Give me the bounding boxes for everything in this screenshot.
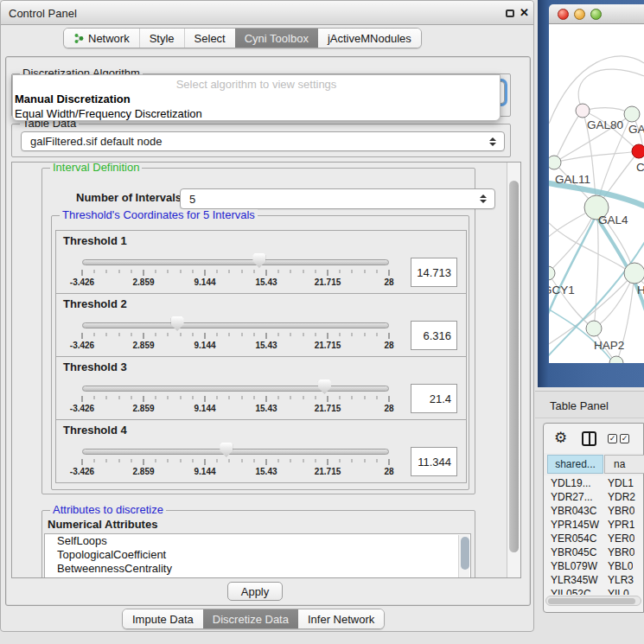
attributes-group-label: Attributes to discretize [50,504,166,516]
tab-discretize-data[interactable]: Discretize Data [203,609,298,628]
slider-track[interactable] [82,449,389,455]
slider-thumb[interactable] [171,316,184,331]
cell-name: YBR0 [603,546,634,560]
close-icon[interactable]: ✕ [520,6,529,19]
attributes-group: Attributes to discretize Numerical Attri… [41,510,475,578]
tab-label: Select [194,32,226,45]
threshold-value-field[interactable]: 21.4 [411,384,457,413]
slider-track[interactable] [82,322,389,328]
mac-close-button[interactable] [558,9,569,20]
table-row[interactable]: YDL19...YDL1 [545,477,643,491]
network-canvas[interactable]: GAL80GACGAL11GAL4GCY1HHAP2 [549,24,644,363]
table-panel: ⚙ ✓ ✓ shared... na YDL19...YDL1YDR27...Y… [543,423,644,613]
mac-minimize-button[interactable] [574,9,585,20]
table-row[interactable]: YPR145WYPR1 [545,519,643,532]
table-header-row: shared... na [544,453,643,475]
algorithm-option-1[interactable]: Equal Width/Frequency Discretization [15,106,498,121]
float-window-icon[interactable] [506,10,514,17]
table-data-combobox[interactable]: galFiltered.sif default node [21,131,505,151]
tab-label: Cyni Toolbox [245,32,309,45]
algorithm-placeholder: Select algorithm to view settings [13,78,500,91]
threshold-value-field[interactable]: 6.316 [411,321,457,350]
network-window-titlebar [549,4,644,24]
table-row[interactable]: YLR345WYLR3 [545,574,643,588]
slider-thumb[interactable] [252,253,265,268]
thresholds-group-label: Threshold's Coordinates for 5 Intervals [60,209,258,221]
attributes-list-scrollbar[interactable] [458,535,469,578]
split-columns-icon[interactable] [582,431,596,446]
slider-track[interactable] [82,259,389,265]
mac-zoom-button[interactable] [590,9,602,20]
threshold-value-field[interactable]: 14.713 [411,258,457,287]
network-view-window: GAL80GACGAL11GAL4GCY1HHAP2 [538,0,644,387]
column-header-name[interactable]: na [604,455,644,474]
attributes-scrollbar-thumb[interactable] [461,537,469,570]
column-header-shared-name[interactable]: shared... [547,455,603,474]
tab-infer-network[interactable]: Infer Network [298,609,384,628]
tab-cyni-toolbox[interactable]: Cyni Toolbox [235,29,318,48]
table-row[interactable]: YIL052CYIL0 [545,588,643,595]
table-row[interactable]: YDR27...YDR2 [545,491,643,505]
numerical-attributes-list[interactable]: SelfLoopsTopologicalCoefficientBetweenne… [44,533,471,578]
numerical-attributes-label: Numerical Attributes [48,518,157,531]
table-data-value: galFiltered.sif default node [30,135,162,148]
checkbox-icon[interactable]: ✓ [608,434,617,443]
thresholds-group: Threshold's Coordinates for 5 Intervals … [51,215,469,490]
slider-thumb[interactable] [220,443,233,457]
table-hscrollbar[interactable] [545,596,641,606]
table-row[interactable]: YER054CYER0 [545,532,643,546]
threshold-value-field[interactable]: 11.344 [411,447,457,476]
apply-button[interactable]: Apply [227,582,283,601]
cell-name: YPR1 [603,519,634,532]
node-label: GAL4 [598,214,628,226]
cell-shared-name: YBR043C [545,505,603,519]
attribute-list-item[interactable]: SelfLoops [45,534,470,548]
control-panel-titlebar: Control Panel ✕ [1,1,533,25]
cell-name: YBL0 [603,560,633,574]
node-label: GA [628,123,644,136]
tab-label: Discretize Data [213,613,289,626]
cell-name: YLR3 [603,574,634,588]
cell-shared-name: YPR145W [545,519,603,532]
tab-network[interactable]: Network [64,29,139,48]
network-node-gal11[interactable] [549,156,561,169]
slider-tick-labels: -3.4262.8599.14415.4321.71528 [82,467,389,477]
settings-scrollbar-track[interactable] [507,163,520,577]
table-hscrollbar-thumb[interactable] [548,598,635,604]
attribute-list-item[interactable]: TopologicalCoefficient [45,548,470,562]
slider-ticks [82,270,389,277]
tab-impute-data[interactable]: Impute Data [123,609,203,628]
number-of-intervals-label: Number of Intervals [76,191,182,204]
network-node-ga[interactable] [624,106,640,122]
table-row[interactable]: YBL079WYBL0 [545,560,643,574]
tab-jactivemnodules[interactable]: jActiveMNodules [318,29,421,48]
gear-icon[interactable]: ⚙ [554,429,567,447]
node-label: GCY1 [549,284,575,296]
tab-style[interactable]: Style [139,29,184,48]
threshold-panel-3: Threshold 3-3.4262.8599.14415.4321.71528… [55,356,467,420]
checkbox-icon[interactable]: ✓ [620,434,629,443]
network-node-hap2[interactable] [586,321,602,336]
attribute-list-item[interactable]: BetweennessCentrality [45,562,470,576]
network-node-gcy1[interactable] [549,266,555,280]
network-node-h[interactable] [624,263,644,284]
table-panel-titlebar: Table Panel [535,391,644,418]
tab-select[interactable]: Select [184,29,235,48]
tab-label: Infer Network [308,613,374,626]
interval-definition-label: Interval Definition [50,162,142,174]
table-row[interactable]: YBR043CYBR0 [545,505,643,519]
top-tab-bar: NetworkStyleSelectCyni ToolboxjActiveMNo… [63,28,422,48]
table-row[interactable]: YBR045CYBR0 [545,546,643,560]
algorithm-option-0[interactable]: Manual Discretization [15,92,498,106]
number-of-intervals-combobox[interactable]: 5 [180,188,495,209]
settings-scrollbar-thumb[interactable] [509,181,519,552]
node-label: H [637,284,644,296]
network-node-gal80[interactable] [576,104,590,118]
slider-track[interactable] [82,386,389,392]
tab-label: Style [150,32,175,45]
slider-thumb[interactable] [318,379,331,394]
combo-arrows-icon [480,194,487,203]
tab-label: Impute Data [132,613,194,626]
network-node-c[interactable] [632,144,644,158]
threshold-label: Threshold 2 [63,297,127,310]
